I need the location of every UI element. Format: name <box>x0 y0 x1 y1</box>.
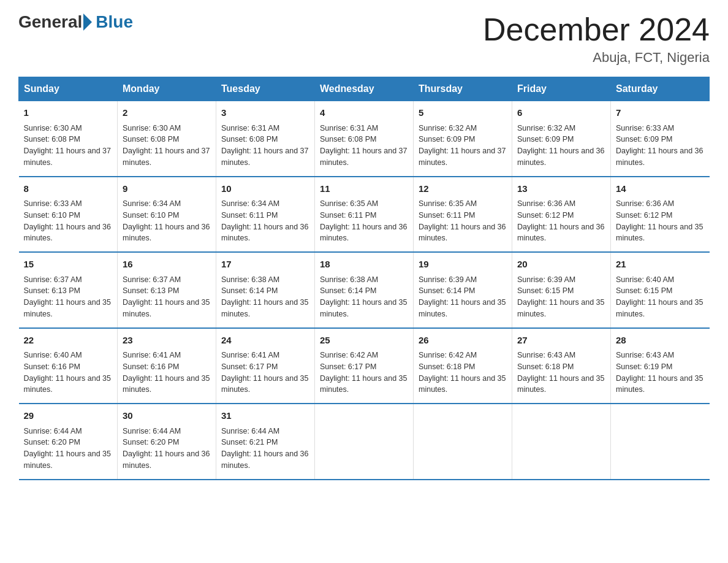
calendar-table: SundayMondayTuesdayWednesdayThursdayFrid… <box>18 77 710 480</box>
day-number: 8 <box>24 182 113 196</box>
calendar-cell: 5Sunrise: 6:32 AMSunset: 6:09 PMDaylight… <box>414 101 512 177</box>
day-number: 4 <box>320 106 408 120</box>
calendar-cell: 15Sunrise: 6:37 AMSunset: 6:13 PMDayligh… <box>19 252 118 328</box>
calendar-cell: 21Sunrise: 6:40 AMSunset: 6:15 PMDayligh… <box>611 252 710 328</box>
day-number: 11 <box>320 182 408 196</box>
title-area: December 2024 Abuja, FCT, Nigeria <box>483 12 710 66</box>
day-number: 18 <box>320 258 408 272</box>
week-row-4: 22Sunrise: 6:40 AMSunset: 6:16 PMDayligh… <box>19 328 710 404</box>
day-number: 10 <box>221 182 309 196</box>
calendar-cell: 3Sunrise: 6:31 AMSunset: 6:08 PMDaylight… <box>216 101 315 177</box>
page-header: General Blue December 2024 Abuja, FCT, N… <box>18 12 710 66</box>
day-number: 12 <box>419 182 507 196</box>
header-row: SundayMondayTuesdayWednesdayThursdayFrid… <box>19 77 710 101</box>
day-number: 9 <box>123 182 211 196</box>
calendar-cell: 11Sunrise: 6:35 AMSunset: 6:11 PMDayligh… <box>315 177 414 253</box>
logo-general-text: General <box>18 12 82 32</box>
calendar-cell: 27Sunrise: 6:43 AMSunset: 6:18 PMDayligh… <box>512 328 611 404</box>
header-wednesday: Wednesday <box>315 77 414 101</box>
calendar-cell: 18Sunrise: 6:38 AMSunset: 6:14 PMDayligh… <box>315 252 414 328</box>
day-number: 7 <box>616 106 705 120</box>
day-number: 19 <box>419 258 507 272</box>
day-number: 13 <box>517 182 605 196</box>
calendar-cell: 17Sunrise: 6:38 AMSunset: 6:14 PMDayligh… <box>216 252 315 328</box>
calendar-cell: 31Sunrise: 6:44 AMSunset: 6:21 PMDayligh… <box>216 404 315 480</box>
logo-arrow-icon <box>83 13 92 31</box>
day-number: 3 <box>221 106 309 120</box>
day-number: 24 <box>221 334 309 348</box>
week-row-5: 29Sunrise: 6:44 AMSunset: 6:20 PMDayligh… <box>19 404 710 480</box>
logo: General Blue <box>18 12 133 32</box>
calendar-cell: 24Sunrise: 6:41 AMSunset: 6:17 PMDayligh… <box>216 328 315 404</box>
calendar-cell: 1Sunrise: 6:30 AMSunset: 6:08 PMDaylight… <box>19 101 118 177</box>
calendar-cell: 9Sunrise: 6:34 AMSunset: 6:10 PMDaylight… <box>118 177 216 253</box>
calendar-title: December 2024 <box>483 12 710 47</box>
calendar-cell: 13Sunrise: 6:36 AMSunset: 6:12 PMDayligh… <box>512 177 611 253</box>
calendar-subtitle: Abuja, FCT, Nigeria <box>483 50 710 66</box>
day-number: 21 <box>616 258 705 272</box>
calendar-cell: 6Sunrise: 6:32 AMSunset: 6:09 PMDaylight… <box>512 101 611 177</box>
calendar-cell: 30Sunrise: 6:44 AMSunset: 6:20 PMDayligh… <box>118 404 216 480</box>
calendar-cell: 16Sunrise: 6:37 AMSunset: 6:13 PMDayligh… <box>118 252 216 328</box>
header-monday: Monday <box>118 77 216 101</box>
day-number: 14 <box>616 182 705 196</box>
calendar-cell: 7Sunrise: 6:33 AMSunset: 6:09 PMDaylight… <box>611 101 710 177</box>
calendar-cell: 28Sunrise: 6:43 AMSunset: 6:19 PMDayligh… <box>611 328 710 404</box>
week-row-1: 1Sunrise: 6:30 AMSunset: 6:08 PMDaylight… <box>19 101 710 177</box>
week-row-3: 15Sunrise: 6:37 AMSunset: 6:13 PMDayligh… <box>19 252 710 328</box>
day-number: 26 <box>419 334 507 348</box>
calendar-cell: 22Sunrise: 6:40 AMSunset: 6:16 PMDayligh… <box>19 328 118 404</box>
calendar-cell <box>512 404 611 480</box>
calendar-cell <box>414 404 512 480</box>
header-sunday: Sunday <box>19 77 118 101</box>
day-number: 17 <box>221 258 309 272</box>
week-row-2: 8Sunrise: 6:33 AMSunset: 6:10 PMDaylight… <box>19 177 710 253</box>
calendar-cell: 25Sunrise: 6:42 AMSunset: 6:17 PMDayligh… <box>315 328 414 404</box>
calendar-cell: 12Sunrise: 6:35 AMSunset: 6:11 PMDayligh… <box>414 177 512 253</box>
day-number: 23 <box>123 334 211 348</box>
day-number: 30 <box>123 409 211 423</box>
logo-blue-text: Blue <box>96 12 133 31</box>
calendar-cell <box>315 404 414 480</box>
day-number: 6 <box>517 106 605 120</box>
day-number: 31 <box>221 409 309 423</box>
day-number: 15 <box>24 258 113 272</box>
day-number: 20 <box>517 258 605 272</box>
calendar-cell: 10Sunrise: 6:34 AMSunset: 6:11 PMDayligh… <box>216 177 315 253</box>
calendar-cell: 19Sunrise: 6:39 AMSunset: 6:14 PMDayligh… <box>414 252 512 328</box>
day-number: 27 <box>517 334 605 348</box>
day-number: 29 <box>24 409 113 423</box>
calendar-cell: 20Sunrise: 6:39 AMSunset: 6:15 PMDayligh… <box>512 252 611 328</box>
day-number: 1 <box>24 106 113 120</box>
calendar-cell: 26Sunrise: 6:42 AMSunset: 6:18 PMDayligh… <box>414 328 512 404</box>
calendar-cell: 2Sunrise: 6:30 AMSunset: 6:08 PMDaylight… <box>118 101 216 177</box>
calendar-cell: 29Sunrise: 6:44 AMSunset: 6:20 PMDayligh… <box>19 404 118 480</box>
day-number: 25 <box>320 334 408 348</box>
day-number: 2 <box>123 106 211 120</box>
day-number: 5 <box>419 106 507 120</box>
calendar-cell <box>611 404 710 480</box>
calendar-cell: 23Sunrise: 6:41 AMSunset: 6:16 PMDayligh… <box>118 328 216 404</box>
calendar-cell: 14Sunrise: 6:36 AMSunset: 6:12 PMDayligh… <box>611 177 710 253</box>
header-saturday: Saturday <box>611 77 710 101</box>
header-tuesday: Tuesday <box>216 77 315 101</box>
day-number: 22 <box>24 334 113 348</box>
day-number: 28 <box>616 334 705 348</box>
header-thursday: Thursday <box>414 77 512 101</box>
header-friday: Friday <box>512 77 611 101</box>
day-number: 16 <box>123 258 211 272</box>
calendar-cell: 4Sunrise: 6:31 AMSunset: 6:08 PMDaylight… <box>315 101 414 177</box>
calendar-cell: 8Sunrise: 6:33 AMSunset: 6:10 PMDaylight… <box>19 177 118 253</box>
